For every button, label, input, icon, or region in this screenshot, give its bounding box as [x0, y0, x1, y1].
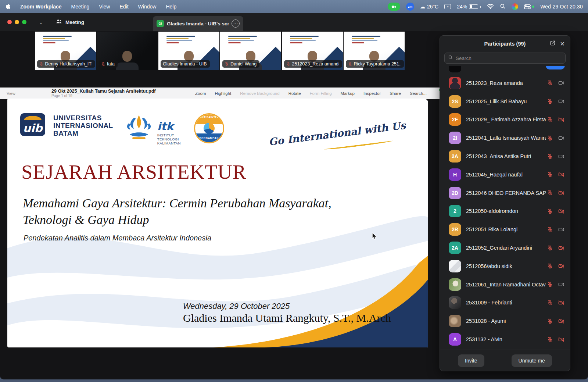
video-off-icon: [558, 318, 565, 325]
popout-icon[interactable]: [549, 40, 556, 48]
minimize-window-button[interactable]: [15, 20, 19, 24]
diktisaintek-badge: DIKTISAINTEK BERDAMPAK: [194, 113, 224, 143]
pdf-toolbar: View 29 Okt 2025_Kuliah Tamu Sejarah Ars…: [0, 88, 444, 99]
status-dot: [532, 6, 534, 8]
wifi-icon[interactable]: [487, 3, 494, 10]
menubar-clock[interactable]: Wed 29 Oct 20.30: [540, 4, 583, 10]
participants-list: 2512023_Reza amanda2S2512025_Lilik Sri R…: [440, 66, 570, 350]
spotlight-search-icon[interactable]: [500, 3, 506, 10]
video-on-icon: [558, 281, 565, 288]
participant-row[interactable]: 2512061_Intan Ramadhani Octavia: [440, 275, 570, 294]
pdf-tool-share[interactable]: Share: [390, 91, 401, 96]
weather-status[interactable]: ☁ 26°C: [420, 4, 438, 10]
mic-muted-icon: [39, 62, 43, 66]
camera-active-indicator[interactable]: [388, 3, 400, 11]
pdf-tool-rotate[interactable]: Rotate: [288, 91, 301, 96]
participant-row[interactable]: 2512023_Reza amanda: [440, 74, 570, 92]
input-source-icon[interactable]: ≡: [444, 4, 451, 9]
participant-avatar: [449, 315, 461, 327]
participant-row[interactable]: 2531009 - Febrianti: [440, 294, 570, 312]
video-thumbnail[interactable]: Denny Huldiansyah_ITK: [35, 32, 96, 70]
unmute-me-button[interactable]: Unmute me: [512, 354, 552, 367]
participant-name: 2512056/abdu sidik: [466, 263, 512, 269]
tab-meeting-label: Meeting: [65, 19, 84, 25]
video-off-icon: [558, 336, 565, 343]
participants-header: Participants (99) ✕: [440, 36, 570, 52]
participants-panel: Participants (99) ✕ 2512023_Reza amanda2…: [440, 35, 570, 371]
participant-avatar: [449, 260, 461, 272]
search-input[interactable]: [456, 56, 562, 61]
participant-name: 2512043_Anisa Astika Putri: [466, 153, 531, 159]
video-on-icon: [558, 79, 565, 86]
close-window-button[interactable]: [7, 20, 12, 24]
participant-avatar: 2A: [449, 242, 461, 254]
participant-row[interactable]: 22512050-afdolromdon: [440, 202, 570, 221]
pdf-tool-highlight[interactable]: Highlight: [215, 91, 232, 96]
participant-avatar: 2F: [449, 113, 461, 126]
tab-meeting[interactable]: Meeting: [55, 18, 84, 26]
mic-muted-icon: [547, 245, 553, 251]
participant-row[interactable]: 2F2512029_ Fatimah Azzahra Firstari...: [440, 111, 570, 129]
menubar-app-name[interactable]: Zoom Workplace: [20, 4, 62, 10]
fullscreen-window-button[interactable]: [22, 20, 26, 24]
video-off-icon: [558, 116, 565, 123]
tagline-swoosh: [323, 139, 393, 150]
menu-meeting[interactable]: Meeting: [71, 4, 90, 10]
video-thumbnail[interactable]: Daniel Wang: [220, 32, 281, 70]
participant-name: 2512025_Lilik Sri Rahayu: [466, 99, 527, 104]
video-thumbnail[interactable]: Ricky Taypratama 251...: [344, 32, 405, 70]
participant-avatar: [449, 77, 461, 89]
pdf-tool-search[interactable]: Search...: [410, 91, 427, 96]
close-panel-icon[interactable]: ✕: [560, 40, 565, 47]
pdf-view-menu[interactable]: View: [7, 91, 29, 96]
itk-emblem: [123, 113, 154, 144]
zoom-menubar-icon[interactable]: zm: [406, 3, 414, 11]
participant-row[interactable]: 2A2512052_Gendari Aryandini: [440, 239, 570, 257]
participant-avatar: [449, 278, 461, 291]
video-on-icon: [558, 135, 565, 142]
video-off-icon: [558, 171, 565, 178]
pdf-tool-zoom[interactable]: Zoom: [195, 91, 206, 96]
video-thumbnail[interactable]: Gladies Imanda - UIB: [158, 32, 219, 70]
video-thumbnail[interactable]: fata: [97, 32, 158, 70]
mic-muted-icon: [547, 80, 553, 86]
participant-row[interactable]: H2512045_Haeqal naufal: [440, 165, 570, 184]
chevron-down-icon[interactable]: ⌄: [39, 19, 43, 25]
slide-logos: uib UNIVERSITAS INTERNASIONAL BATAM itk …: [20, 113, 224, 145]
participant-row[interactable]: 2A2512043_Anisa Astika Putri: [440, 147, 570, 165]
thumbnail-name-tag: fata: [99, 60, 118, 68]
participant-row[interactable]: 2R2512051 Rika Lolangi: [440, 220, 570, 239]
menu-edit[interactable]: Edit: [119, 4, 128, 10]
pdf-tool-markup[interactable]: Markup: [341, 91, 355, 96]
partial-blue-button: [546, 66, 565, 69]
siri-icon[interactable]: [512, 3, 518, 10]
apple-logo-icon[interactable]: [5, 3, 11, 11]
search-icon: [448, 55, 453, 61]
mic-muted-icon: [547, 153, 553, 160]
participant-avatar: A: [449, 333, 461, 346]
itk-logo: itk INSTITUT TEKNOLOGI KALIMANTAN: [123, 113, 181, 145]
pdf-tool-inspector[interactable]: Inspector: [363, 91, 381, 96]
menu-window[interactable]: Window: [138, 4, 157, 10]
participant-row[interactable]: 2S2512025_Lilik Sri Rahayu: [440, 92, 570, 111]
participant-row[interactable]: 2531028 - Ayumi: [440, 312, 570, 330]
participant-name: 2531009 - Febrianti: [466, 300, 512, 306]
participant-row[interactable]: 2D2512046 DHEO FERNANDA SAPUT...: [440, 184, 570, 202]
partially-visible-row: [440, 349, 570, 350]
tab-more-icon[interactable]: ⋯: [232, 19, 240, 28]
video-thumbnail[interactable]: 2512023_Reza amanda: [282, 32, 343, 70]
menu-view[interactable]: View: [99, 4, 110, 10]
macos-menu-bar: Zoom Workplace Meeting View Edit Window …: [0, 0, 588, 13]
participants-searchbox[interactable]: [444, 53, 566, 64]
control-center-icon[interactable]: [524, 4, 534, 10]
menu-help[interactable]: Help: [166, 4, 176, 10]
video-off-icon: [558, 263, 565, 269]
slide-date: Wednesday, 29 October 2025: [183, 301, 290, 311]
video-thumbnail-strip: Denny Huldiansyah_ITK fata Gladies Imand…: [35, 32, 405, 70]
battery-status[interactable]: 24%: [457, 4, 481, 10]
invite-button[interactable]: Invite: [458, 354, 484, 367]
tab-screen-share[interactable]: GI Gladies Imanda - UIB's screen ⋯: [153, 16, 243, 31]
participant-row[interactable]: A2531132 - Alvin: [440, 330, 570, 349]
participant-row[interactable]: 2I2512041_Lalla Ismaaisyah Wanira P...: [440, 129, 570, 147]
participant-row[interactable]: 2512056/abdu sidik: [440, 257, 570, 275]
